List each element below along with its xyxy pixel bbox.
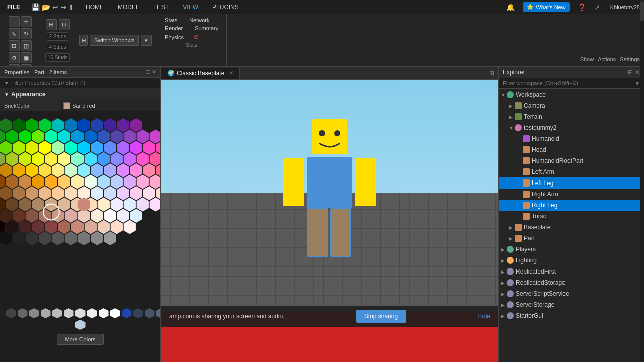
explorer-item-part[interactable]: ▶Part: [499, 233, 644, 244]
save-icon[interactable]: 💾: [31, 3, 40, 11]
grid-icon[interactable]: ⊞: [46, 19, 57, 30]
explorer-item-testdummy2[interactable]: ▼testdummy2: [499, 122, 644, 133]
hide-button[interactable]: Hide: [477, 313, 490, 320]
explorer-item-serverscriptservice[interactable]: ▶ServerScriptService: [499, 288, 644, 299]
stop-sharing-button[interactable]: Stop sharing: [356, 310, 406, 323]
explorer-close-icon[interactable]: ✕: [635, 69, 640, 76]
explorer-item-torso[interactable]: Torso: [499, 211, 644, 222]
gray-swatch-10[interactable]: [99, 308, 109, 318]
model-menu[interactable]: MODEL: [115, 3, 142, 12]
gray-swatch-5[interactable]: [41, 308, 51, 318]
explorer-item-workspace[interactable]: ▼Workspace: [499, 89, 644, 100]
gray-swatch-15[interactable]: [156, 308, 162, 318]
collide-tool[interactable]: ◫: [21, 40, 32, 51]
explorer-item-rightarm[interactable]: Right Arm: [499, 189, 644, 200]
expand-arrow-players[interactable]: ▶: [501, 247, 507, 252]
scale-tool[interactable]: ⤡: [9, 28, 20, 39]
appearance-section[interactable]: ▼ Appearance: [0, 88, 160, 100]
gray-swatch-14[interactable]: [145, 308, 155, 318]
summary-btn[interactable]: Summary: [193, 24, 220, 32]
undo-icon[interactable]: ↩: [52, 3, 58, 11]
properties-close-icon[interactable]: ✕: [152, 69, 156, 75]
test-menu[interactable]: TEST: [150, 3, 172, 12]
share-icon[interactable]: ↗: [594, 3, 600, 11]
expand-arrow-part[interactable]: ▶: [509, 236, 515, 241]
expand-arrow-replicatedstorage[interactable]: ▶: [501, 280, 507, 286]
move-tool[interactable]: ✛: [21, 16, 32, 27]
gray-swatch-7[interactable]: [64, 308, 74, 318]
gray-swatch-12[interactable]: [122, 308, 132, 318]
expand-arrow-startergui[interactable]: ▶: [501, 313, 507, 319]
explorer-item-camera[interactable]: ▶Camera: [499, 100, 644, 111]
help-icon[interactable]: ❓: [578, 3, 586, 11]
gray-swatch-9[interactable]: [87, 308, 97, 318]
expand-arrow-baseplate[interactable]: ▶: [509, 225, 515, 230]
view-menu[interactable]: VIEW: [180, 3, 201, 12]
explorer-item-head[interactable]: Head: [499, 144, 644, 155]
studs-4[interactable]: 4 Studs: [47, 43, 69, 51]
gray-swatch-2[interactable]: [6, 308, 16, 318]
gray-swatch-1[interactable]: [0, 308, 5, 318]
expand-arrow-terrain[interactable]: ▶: [509, 114, 515, 120]
open-icon[interactable]: 📂: [42, 3, 50, 11]
explorer-item-humanoid[interactable]: Humanoid: [499, 133, 644, 144]
plugins-menu[interactable]: PLUGINS: [209, 3, 242, 12]
explorer-filter-input[interactable]: [503, 80, 633, 86]
explorer-item-replicatedstorage[interactable]: ▶ReplicatedStorage: [499, 277, 644, 288]
publish-icon[interactable]: ⬆: [68, 3, 74, 11]
explorer-item-baseplate[interactable]: ▶Baseplate: [499, 222, 644, 233]
expand-arrow-replicatedfirst[interactable]: ▶: [501, 269, 507, 275]
expand-arrow-serverstorage[interactable]: ▶: [501, 302, 507, 308]
snap-icon[interactable]: ⊡: [59, 19, 70, 30]
filter-chevron-icon[interactable]: ▼: [635, 81, 640, 86]
expand-arrow-workspace[interactable]: ▼: [501, 92, 507, 98]
expand-arrow-lighting[interactable]: ▶: [501, 258, 507, 263]
properties-dock-icon[interactable]: ⊟: [145, 69, 150, 75]
brickcolor-value[interactable]: Sand red: [60, 100, 160, 111]
gray-swatch-11[interactable]: [110, 308, 120, 318]
explorer-item-serverstorage[interactable]: ▶ServerStorage: [499, 299, 644, 310]
gray-swatch-13[interactable]: [133, 308, 143, 318]
explorer-item-humanoidrootpart[interactable]: HumanoidRootPart: [499, 155, 644, 166]
expand-arrow-testdummy2[interactable]: ▼: [509, 125, 515, 131]
properties-filter-input[interactable]: [11, 80, 156, 86]
expand-arrow-serverscriptservice[interactable]: ▶: [501, 291, 507, 297]
redo-icon[interactable]: ↪: [60, 3, 66, 11]
explorer-item-replicatedfirst[interactable]: ▶ReplicatedFirst: [499, 266, 644, 277]
more-colors-button[interactable]: More Colors: [57, 334, 104, 345]
explorer-item-leftleg[interactable]: Left Leg: [499, 177, 644, 189]
select-tool[interactable]: ⊹: [9, 16, 20, 27]
stats-btn[interactable]: Stats: [163, 16, 179, 24]
transform-tool[interactable]: ⊞: [9, 40, 20, 51]
gray-swatch-6[interactable]: [52, 308, 62, 318]
explorer-scrollbar[interactable]: [640, 0, 644, 362]
rotate-tool[interactable]: ↻: [21, 28, 32, 39]
home-menu[interactable]: HOME: [83, 3, 107, 12]
group-tool[interactable]: ▣: [21, 52, 32, 63]
explorer-dock-icon[interactable]: ⊟: [628, 69, 633, 76]
explorer-item-lighting[interactable]: ▶Lighting: [499, 255, 644, 266]
explorer-item-leftarm[interactable]: Left Arm: [499, 166, 644, 177]
expand-arrow-camera[interactable]: ▶: [509, 103, 515, 109]
gray-swatch-4[interactable]: [29, 308, 39, 318]
gray-swatch-8[interactable]: [75, 308, 86, 318]
network-btn[interactable]: Network: [187, 16, 211, 24]
expand-viewport-icon[interactable]: ⊞: [489, 70, 494, 77]
toggle-icon[interactable]: ⊟: [79, 35, 88, 46]
hex-color-canvas[interactable]: [0, 115, 161, 306]
viewport[interactable]: 🌍 Classic Baseplate ✕ ⊞: [161, 67, 498, 362]
explorer-item-players[interactable]: ▶Players: [499, 244, 644, 255]
physics-btn[interactable]: Physics: [163, 33, 186, 41]
studs-2[interactable]: 2 Studs: [47, 32, 69, 41]
classic-baseplate-tab[interactable]: 🌍 Classic Baseplate ✕: [161, 68, 240, 79]
explorer-item-startergui[interactable]: ▶StarterGui: [499, 310, 644, 321]
studs-16[interactable]: 16 Studs: [45, 53, 70, 62]
explorer-item-terrain[interactable]: ▶Terrain: [499, 111, 644, 122]
explorer-item-rightleg[interactable]: Right Leg: [499, 200, 644, 211]
gray-swatch-17[interactable]: [75, 320, 86, 330]
whats-new-button[interactable]: ⭐ What's New: [523, 2, 569, 12]
switch-windows-btn[interactable]: Switch Windows: [90, 35, 139, 46]
render-btn[interactable]: Render: [163, 24, 185, 32]
file-menu[interactable]: FILE: [4, 3, 23, 12]
gray-swatch-3[interactable]: [18, 308, 28, 318]
